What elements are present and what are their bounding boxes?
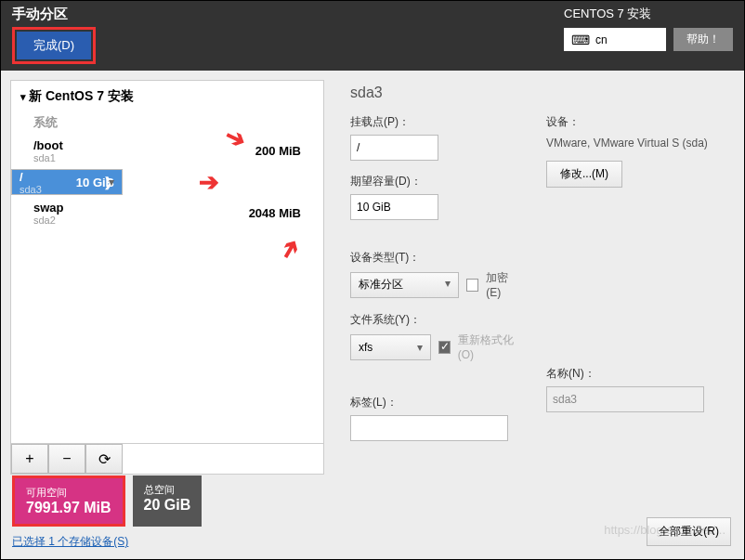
- devtype-select[interactable]: 标准分区: [350, 272, 459, 298]
- devtype-label: 设备类型(T)：: [350, 250, 522, 266]
- done-highlight: 完成(D): [12, 27, 96, 64]
- capacity-input[interactable]: [350, 194, 438, 220]
- partition-tree: 新 CentOS 7 安装 系统 /bootsda1 200 MiB /sda3…: [10, 80, 324, 475]
- install-title: CENTOS 7 安装: [564, 6, 651, 22]
- storage-link[interactable]: 已选择 1 个存储设备(S): [12, 534, 128, 550]
- done-button[interactable]: 完成(D): [17, 32, 91, 59]
- encrypt-checkbox[interactable]: [466, 279, 479, 292]
- reformat-label: 重新格式化(O): [458, 332, 522, 361]
- help-button[interactable]: 帮助！: [673, 28, 733, 51]
- system-label: 系统: [11, 112, 323, 133]
- encrypt-label: 加密(E): [486, 270, 522, 299]
- capacity-label: 期望容量(D)：: [350, 174, 522, 189]
- label-input[interactable]: [350, 415, 508, 441]
- mount-label: 挂载点(P)：: [350, 114, 522, 130]
- available-space-box: 可用空间 7991.97 MiB: [12, 475, 125, 527]
- reformat-checkbox: [438, 341, 451, 354]
- partition-name: sda3: [350, 85, 718, 101]
- chevron-right-icon: ❯: [103, 175, 114, 189]
- device-label: 设备：: [546, 114, 718, 130]
- page-title: 手动分区: [12, 6, 96, 23]
- partition-row-boot[interactable]: /bootsda1 200 MiB: [11, 133, 323, 169]
- keyboard-indicator[interactable]: cn: [564, 28, 666, 51]
- partition-row-swap[interactable]: swapsda2 2048 MiB: [11, 195, 323, 231]
- watermark: https://blog.csdn.net/...: [604, 523, 725, 537]
- mount-input[interactable]: [350, 135, 438, 161]
- annotation-arrow-icon: ➔: [199, 168, 219, 197]
- fs-select[interactable]: xfs: [350, 334, 431, 360]
- name-input: [546, 386, 704, 412]
- label-label: 标签(L)：: [350, 395, 522, 410]
- install-group[interactable]: 新 CentOS 7 安装: [11, 81, 323, 112]
- partition-row-root[interactable]: /sda3 10 GiB ❯: [11, 169, 123, 195]
- name-label: 名称(N)：: [546, 366, 718, 382]
- total-space-box: 总空间 20 GiB: [133, 475, 203, 527]
- modify-button[interactable]: 修改...(M): [546, 161, 622, 188]
- fs-label: 文件系统(Y)：: [350, 312, 522, 328]
- device-text: VMware, VMware Virtual S (sda): [546, 135, 718, 151]
